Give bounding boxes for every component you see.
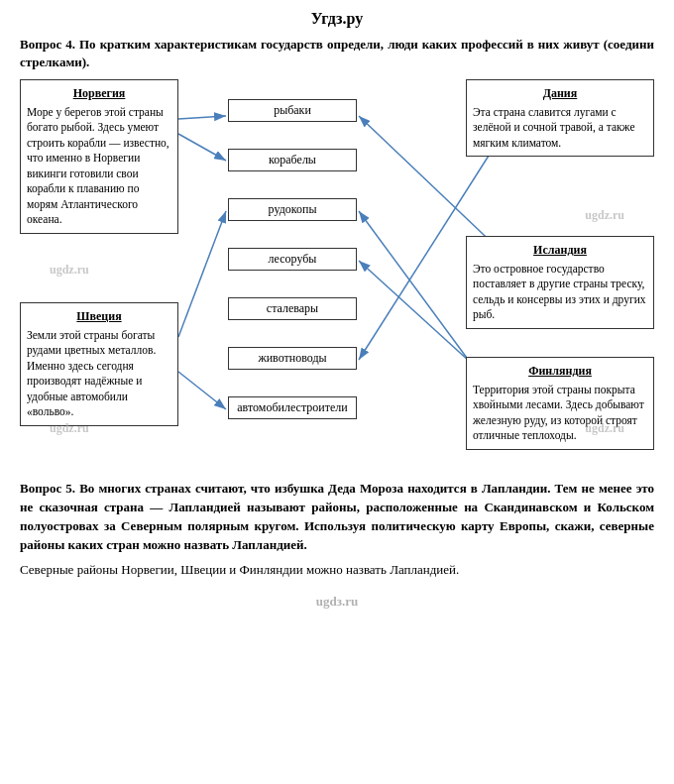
- finland-box: Финляндия Территория этой страны покрыта…: [466, 357, 654, 449]
- watermark-mid-left: ugdz.ru: [50, 263, 89, 278]
- diagram-area: Норвегия Море у берегов этой страны бога…: [20, 79, 654, 466]
- watermark-bottom: ugdз.ru: [20, 594, 654, 610]
- norway-text: Море у берегов этой страны богато рыбой.…: [27, 106, 169, 226]
- sweden-text: Земли этой страны богаты рудами цветных …: [27, 329, 156, 418]
- denmark-box: Дания Эта страна славится лугами с зелён…: [466, 79, 654, 157]
- prof-sailors: корабелы: [228, 149, 357, 171]
- question4-text: Вопрос 4. По кратким характеристикам гос…: [20, 36, 654, 71]
- watermark-mid2-right: ugdz.ru: [585, 421, 624, 436]
- watermark-mid2-left: ugdz.ru: [50, 421, 89, 436]
- prof-fishermen: рыбаки: [228, 99, 357, 122]
- svg-line-2: [178, 134, 226, 161]
- denmark-text: Эта страна славится лугами с зелёной и с…: [473, 106, 635, 149]
- iceland-text: Это островное государство поставляет в д…: [473, 263, 646, 321]
- svg-line-3: [178, 211, 226, 337]
- prof-livestock: животноводы: [228, 347, 357, 370]
- finland-title: Финляндия: [473, 363, 647, 379]
- watermark-mid-right: ugdz.ru: [585, 208, 624, 223]
- denmark-title: Дания: [473, 85, 647, 101]
- question5-block: Вопрос 5. Во многих странах считают, что…: [20, 480, 654, 579]
- iceland-box: Исландия Это островное государство поста…: [466, 236, 654, 328]
- prof-miners: рудокопы: [228, 198, 357, 221]
- question5-text: Вопрос 5. Во многих странах считают, что…: [20, 480, 654, 554]
- site-title: Угдз.ру: [20, 10, 654, 28]
- svg-line-1: [178, 116, 226, 119]
- norway-box: Норвегия Море у берегов этой страны бога…: [20, 79, 178, 233]
- prof-automakers: автомобилестроители: [228, 396, 357, 419]
- question4-block: Вопрос 4. По кратким характеристикам гос…: [20, 36, 654, 466]
- question5-answer: Северные районы Норвегии, Швеции и Финля…: [20, 561, 654, 580]
- norway-title: Норвегия: [27, 85, 171, 101]
- svg-line-4: [178, 372, 226, 409]
- sweden-box: Швеция Земли этой страны богаты рудами ц…: [20, 302, 178, 425]
- prof-lumberjacks: лесорубы: [228, 248, 357, 271]
- prof-steelworkers: сталевары: [228, 297, 357, 320]
- iceland-title: Исландия: [473, 242, 647, 258]
- sweden-title: Швеция: [27, 308, 171, 324]
